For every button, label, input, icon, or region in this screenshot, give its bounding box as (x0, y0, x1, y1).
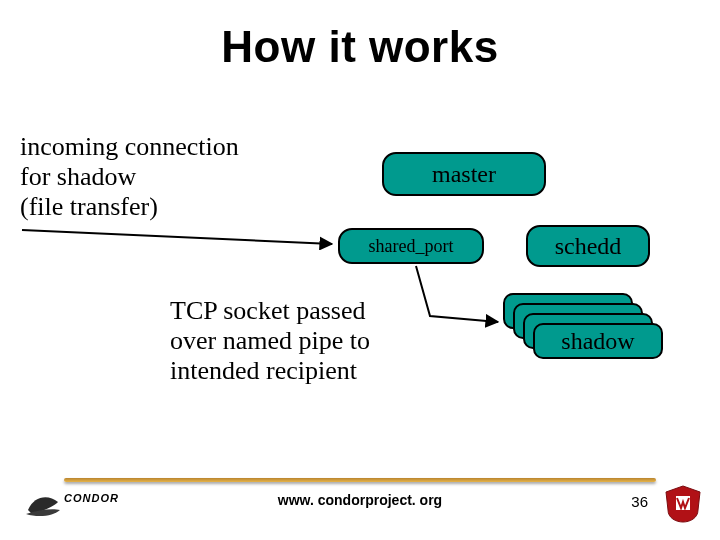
annotation-incoming: incoming connectionfor shadow(file trans… (20, 132, 239, 222)
node-schedd: schedd (526, 225, 650, 267)
annotation-tcp: TCP socket passedover named pipe tointen… (170, 296, 370, 386)
node-shared-port: shared_port (338, 228, 484, 264)
node-shadow-stack: shadow (503, 293, 663, 365)
slide-title: How it works (0, 22, 720, 72)
slide: How it works incoming connectionfor shad… (0, 0, 720, 540)
node-shadow-label: shadow (561, 328, 634, 355)
svg-line-0 (22, 230, 332, 244)
page-number: 36 (631, 493, 648, 510)
uw-crest-icon (660, 484, 706, 524)
condor-logo-text: CONDOR (64, 492, 119, 504)
node-master: master (382, 152, 546, 196)
connector-arrows (0, 0, 720, 540)
node-shared-port-label: shared_port (369, 236, 454, 257)
condor-logo: CONDOR (24, 488, 134, 520)
footer-rule (64, 478, 656, 482)
node-schedd-label: schedd (555, 233, 622, 260)
node-master-label: master (432, 161, 496, 188)
node-shadow: shadow (533, 323, 663, 359)
